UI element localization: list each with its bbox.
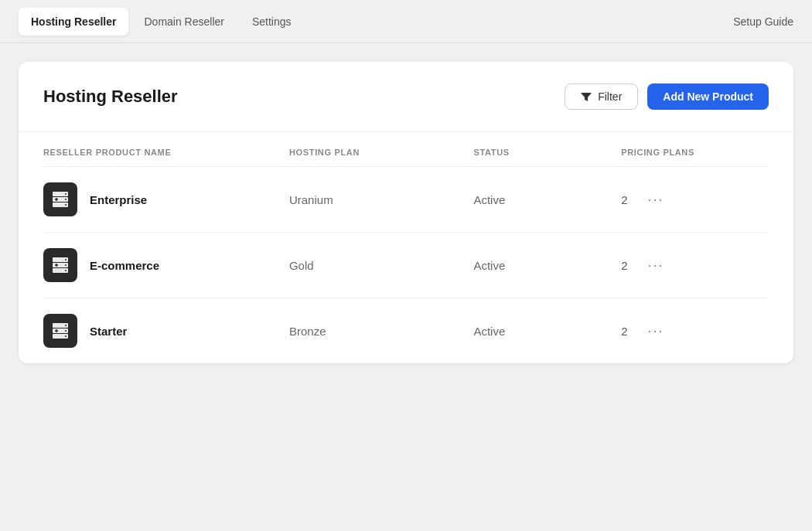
col-header-status: STATUS (473, 148, 621, 157)
pricing-count-starter: 2 (621, 325, 627, 338)
more-options-enterprise[interactable]: ··· (643, 191, 669, 208)
svg-point-19 (65, 325, 67, 326)
hosting-plan-starter: Bronze (289, 325, 473, 338)
hosting-plan-enterprise: Uranium (289, 193, 473, 206)
svg-point-3 (65, 193, 67, 195)
pricing-cell-starter: 2 ··· (621, 322, 769, 339)
pricing-count-enterprise: 2 (621, 193, 627, 206)
table-row: Enterprise Uranium Active 2 ··· (43, 167, 769, 233)
table-row: Starter Bronze Active 2 ··· (43, 298, 769, 363)
nav-tabs: Hosting Reseller Domain Reseller Setting… (19, 0, 304, 43)
product-cell-ecommerce: E-commerce (43, 248, 289, 282)
header-actions: Filter Add New Product (565, 83, 769, 110)
tab-hosting-reseller[interactable]: Hosting Reseller (19, 8, 128, 36)
status-starter: Active (473, 325, 621, 338)
hosting-reseller-card: Hosting Reseller Filter Add New Product … (19, 62, 793, 363)
product-icon-starter (43, 314, 77, 348)
svg-point-11 (65, 259, 67, 260)
top-navigation: Hosting Reseller Domain Reseller Setting… (0, 0, 812, 43)
more-options-ecommerce[interactable]: ··· (643, 257, 669, 274)
col-header-pricing-plans: PRICING PLANS (621, 148, 769, 157)
status-enterprise: Active (473, 193, 621, 206)
tab-domain-reseller[interactable]: Domain Reseller (131, 8, 236, 36)
add-new-product-button[interactable]: Add New Product (647, 83, 769, 110)
server-icon (49, 189, 71, 210)
product-icon-enterprise (43, 182, 77, 216)
svg-point-5 (65, 204, 67, 206)
server-icon (49, 254, 71, 276)
col-header-hosting-plan: HOSTING PLAN (289, 148, 473, 157)
table-row: E-commerce Gold Active 2 ··· (43, 233, 769, 298)
card-header: Hosting Reseller Filter Add New Product (19, 62, 793, 132)
filter-button[interactable]: Filter (565, 83, 638, 110)
server-icon (49, 320, 71, 342)
svg-point-12 (65, 264, 67, 266)
product-cell-starter: Starter (43, 314, 289, 348)
product-name-enterprise: Enterprise (90, 193, 147, 206)
col-header-product-name: RESELLER PRODUCT NAME (43, 148, 289, 157)
product-icon-ecommerce (43, 248, 77, 282)
pricing-count-ecommerce: 2 (621, 259, 627, 272)
table-header: RESELLER PRODUCT NAME HOSTING PLAN STATU… (43, 132, 769, 167)
svg-point-21 (65, 335, 67, 337)
hosting-plan-ecommerce: Gold (289, 259, 473, 272)
tab-settings[interactable]: Settings (240, 8, 304, 36)
products-table: RESELLER PRODUCT NAME HOSTING PLAN STATU… (19, 132, 793, 363)
filter-icon (581, 91, 592, 102)
svg-point-20 (65, 330, 67, 332)
svg-point-13 (65, 270, 67, 271)
setup-guide-link[interactable]: Setup Guide (733, 15, 793, 28)
product-cell-enterprise: Enterprise (43, 182, 289, 216)
more-options-starter[interactable]: ··· (643, 322, 669, 339)
status-ecommerce: Active (473, 259, 621, 272)
main-content: Hosting Reseller Filter Add New Product … (0, 43, 812, 382)
pricing-cell-enterprise: 2 ··· (621, 191, 769, 208)
page-title: Hosting Reseller (43, 87, 178, 107)
pricing-cell-ecommerce: 2 ··· (621, 257, 769, 274)
product-name-starter: Starter (90, 325, 127, 338)
product-name-ecommerce: E-commerce (90, 259, 159, 272)
svg-point-4 (65, 199, 67, 200)
